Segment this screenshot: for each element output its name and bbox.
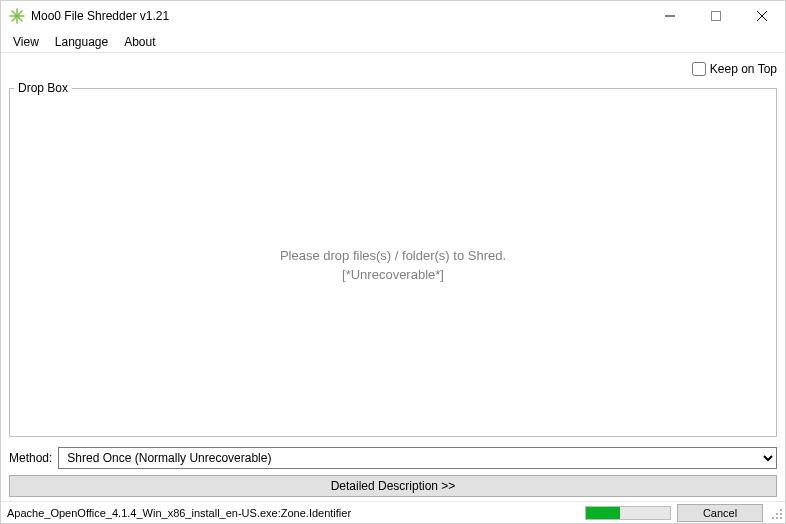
- progress-bar: [585, 506, 671, 520]
- svg-point-17: [772, 517, 774, 519]
- keep-on-top-label[interactable]: Keep on Top: [692, 62, 777, 76]
- menubar: View Language About: [1, 31, 785, 53]
- drop-box-line2: [*Unrecoverable*]: [342, 266, 444, 284]
- method-label: Method:: [9, 451, 52, 465]
- method-select[interactable]: Shred Once (Normally Unrecoverable): [58, 447, 777, 469]
- titlebar[interactable]: Moo0 File Shredder v1.21: [1, 1, 785, 31]
- drop-box-line1: Please drop files(s) / folder(s) to Shre…: [280, 247, 506, 265]
- svg-point-12: [780, 509, 782, 511]
- keep-on-top-checkbox[interactable]: [692, 62, 706, 76]
- app-window: Moo0 File Shredder v1.21 View Language A…: [0, 0, 786, 524]
- keep-on-top-text: Keep on Top: [710, 62, 777, 76]
- keep-on-top-row: Keep on Top: [9, 59, 777, 79]
- svg-point-15: [780, 517, 782, 519]
- menu-view[interactable]: View: [5, 33, 47, 51]
- svg-rect-9: [712, 12, 721, 21]
- drop-box-inner: Please drop files(s) / folder(s) to Shre…: [14, 99, 772, 432]
- detailed-description-button[interactable]: Detailed Description >>: [9, 475, 777, 497]
- statusbar: Apache_OpenOffice_4.1.4_Win_x86_install_…: [1, 501, 785, 523]
- menu-language[interactable]: Language: [47, 33, 116, 51]
- drop-box[interactable]: Drop Box Please drop files(s) / folder(s…: [9, 81, 777, 437]
- drop-box-legend: Drop Box: [14, 81, 72, 95]
- svg-point-16: [776, 517, 778, 519]
- cancel-button[interactable]: Cancel: [677, 504, 763, 522]
- svg-point-14: [776, 513, 778, 515]
- window-title: Moo0 File Shredder v1.21: [31, 9, 169, 23]
- app-icon: [9, 8, 25, 24]
- status-text: Apache_OpenOffice_4.1.4_Win_x86_install_…: [7, 507, 579, 519]
- minimize-button[interactable]: [647, 1, 693, 31]
- menu-about[interactable]: About: [116, 33, 163, 51]
- resize-grip[interactable]: [769, 506, 783, 520]
- client-area: Keep on Top Drop Box Please drop files(s…: [1, 53, 785, 501]
- close-button[interactable]: [739, 1, 785, 31]
- method-row: Method: Shred Once (Normally Unrecoverab…: [9, 447, 777, 469]
- maximize-button[interactable]: [693, 1, 739, 31]
- progress-fill: [586, 507, 620, 519]
- svg-point-13: [780, 513, 782, 515]
